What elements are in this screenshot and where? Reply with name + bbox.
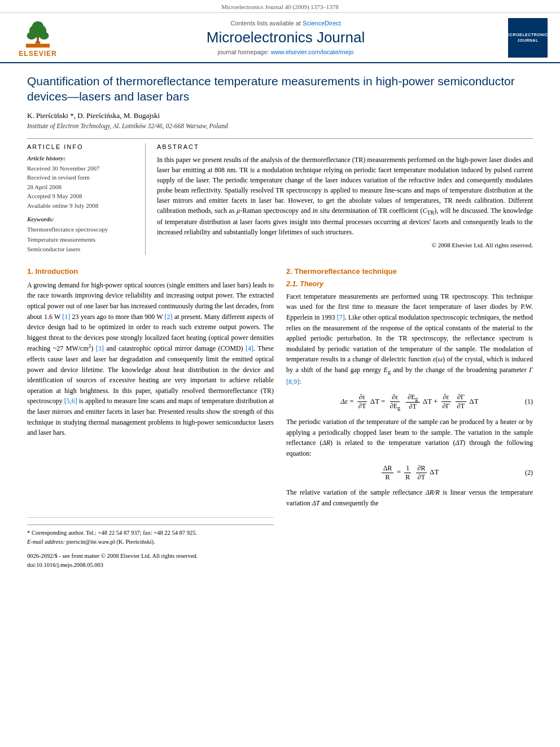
keyword-temperature: Temperature measurements xyxy=(27,235,138,245)
journal-main-title: Microelectronics Journal xyxy=(75,29,497,46)
elsevier-brand-text: ELSEVIER xyxy=(19,50,56,58)
section2-paragraph2: The periodic variation of the temperatur… xyxy=(286,417,533,458)
journal-logo-box: MICROELECTRONICSJOURNAL xyxy=(508,18,548,58)
affiliation: Institute of Electron Technology, Al. Lo… xyxy=(27,123,533,129)
journal-title-center: Contents lists available at ScienceDirec… xyxy=(69,20,502,55)
journal-reference: Microelectronics Journal 40 (2009) 1373–… xyxy=(221,3,339,10)
article-title: Quantification of thermoreflectance temp… xyxy=(27,73,533,104)
page-container: Microelectronics Journal 40 (2009) 1373–… xyxy=(0,0,560,747)
equation2-content: ΔR R = 1 R ∂R ∂T ΔT xyxy=(286,464,533,482)
sciencedirect-link[interactable]: ScienceDirect xyxy=(303,20,341,27)
equation1-content: Δε = ∂ε ∂T ΔT = ∂ε ∂Eg ∂Eg ∂T xyxy=(286,393,533,411)
svg-rect-6 xyxy=(26,44,50,48)
svg-point-5 xyxy=(32,21,43,31)
history-accepted: Accepted 9 May 2008 xyxy=(27,191,138,201)
history-online: Available online 9 July 2008 xyxy=(27,201,138,211)
copyright-line: © 2008 Elsevier Ltd. All rights reserved… xyxy=(157,241,533,250)
body-right-column: 2. Thermoreflectance technique 2.1. Theo… xyxy=(286,265,533,570)
footnote-corresponding: * Corresponding author. Tel.: +48 22 54 … xyxy=(27,528,274,538)
equation2-block: ΔR R = 1 R ∂R ∂T ΔT xyxy=(286,464,533,482)
article-history-title: Article history: xyxy=(27,155,138,161)
history-received: Received 30 November 2007 xyxy=(27,164,138,173)
footnote-email: E-mail address: pierscin@ite.waw.pl (K. … xyxy=(27,538,274,547)
footnote-section: * Corresponding author. Tel.: +48 22 54 … xyxy=(27,525,274,570)
history-revised-date: 28 April 2008 xyxy=(27,182,138,192)
authors: K. Pierściński *, D. Pierścińska, M. Bug… xyxy=(27,111,533,120)
section2-paragraph3: The relative variation of the sample ref… xyxy=(286,487,533,508)
equation1-block: Δε = ∂ε ∂T ΔT = ∂ε ∂Eg ∂Eg ∂T xyxy=(286,393,533,411)
article-info-heading: ARTICLE INFO xyxy=(27,143,138,150)
body-columns: 1. Introduction A growing demand for hig… xyxy=(27,265,533,570)
sciencedirect-line: Contents lists available at ScienceDirec… xyxy=(75,20,497,27)
article-info-column: ARTICLE INFO Article history: Received 3… xyxy=(27,143,146,255)
elsevier-tree-icon xyxy=(12,18,63,49)
section2-paragraph1: Facet temperature measurements are perfo… xyxy=(286,291,533,387)
section1-heading: 1. Introduction xyxy=(27,267,274,276)
equation1-number: (1) xyxy=(525,397,533,406)
journal-homepage-line: journal homepage: www.elsevier.com/locat… xyxy=(75,49,497,55)
keywords-title: Keywords: xyxy=(27,216,138,222)
footnote-issn-block: 0026-2692/$ - see front matter © 2008 El… xyxy=(27,552,274,570)
keyword-thermoreflectance: Thermoreflectance spectroscopy xyxy=(27,225,138,235)
equation2-number: (2) xyxy=(525,469,533,477)
elsevier-logo: ELSEVIER xyxy=(7,18,69,58)
keyword-semiconductor: Semiconductor lasers xyxy=(27,244,138,255)
journal-logo-text: MICROELECTRONICSJOURNAL xyxy=(505,32,551,42)
main-content: Quantification of thermoreflectance temp… xyxy=(0,63,560,580)
journal-logo-right: MICROELECTRONICSJOURNAL xyxy=(502,18,553,58)
article-info-abstract-section: ARTICLE INFO Article history: Received 3… xyxy=(27,138,533,255)
footnote-doi: doi:10.1016/j.mejo.2008.05.003 xyxy=(27,561,274,570)
top-reference: Microelectronics Journal 40 (2009) 1373–… xyxy=(0,0,560,13)
history-revised-label: Received in revised form xyxy=(27,173,138,182)
section1-paragraph: A growing demand for high-power optical … xyxy=(27,280,274,438)
abstract-column: ABSTRACT In this paper we present result… xyxy=(157,143,533,255)
footnotes-area: * Corresponding author. Tel.: +48 22 54 … xyxy=(27,517,274,570)
abstract-text: In this paper we present results of the … xyxy=(157,155,533,250)
journal-homepage-link[interactable]: www.elsevier.com/locate/mejo xyxy=(271,49,354,55)
footnote-divider xyxy=(27,517,274,518)
footnote-issn: 0026-2692/$ - see front matter © 2008 El… xyxy=(27,552,274,561)
svg-point-3 xyxy=(27,32,37,40)
section2-subsection-heading: 2.1. Theory xyxy=(286,280,533,288)
section2-heading: 2. Thermoreflectance technique xyxy=(286,267,533,276)
body-left-column: 1. Introduction A growing demand for hig… xyxy=(27,265,274,570)
svg-point-4 xyxy=(40,32,49,40)
abstract-heading: ABSTRACT xyxy=(157,143,533,150)
journal-header: ELSEVIER Contents lists available at Sci… xyxy=(0,13,560,63)
